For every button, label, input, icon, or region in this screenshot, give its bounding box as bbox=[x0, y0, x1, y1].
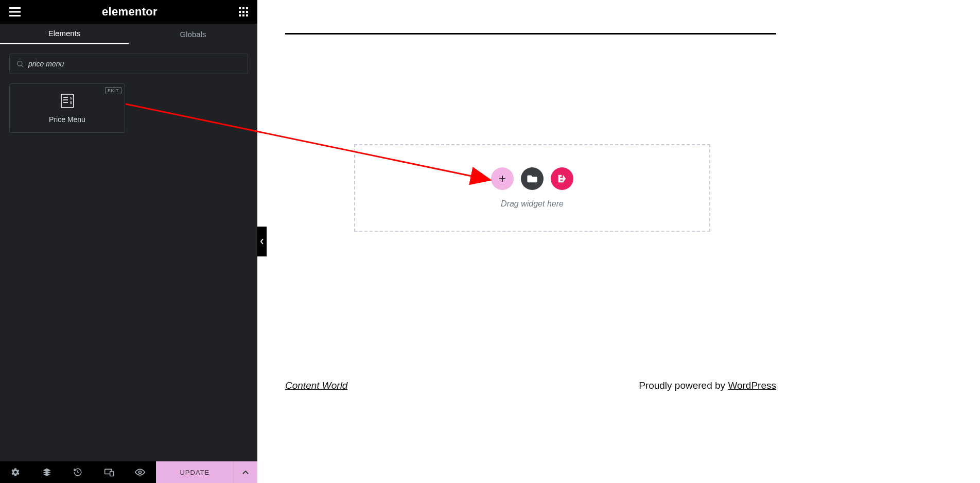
chevron-left-icon bbox=[260, 238, 264, 245]
svg-rect-6 bbox=[239, 11, 241, 13]
widget-search bbox=[9, 54, 248, 74]
chevron-up-icon bbox=[242, 470, 249, 474]
responsive-icon bbox=[104, 468, 114, 477]
svg-rect-0 bbox=[9, 7, 21, 9]
svg-text:$: $ bbox=[70, 101, 72, 105]
gear-icon bbox=[11, 468, 20, 477]
svg-point-12 bbox=[18, 61, 22, 66]
svg-rect-5 bbox=[246, 7, 248, 9]
drop-zone[interactable]: + Drag widget here bbox=[354, 144, 710, 232]
eye-icon bbox=[135, 469, 145, 476]
search-icon bbox=[16, 60, 24, 68]
navigator-button[interactable] bbox=[31, 461, 63, 483]
layers-icon bbox=[42, 468, 51, 477]
svg-rect-10 bbox=[242, 14, 244, 16]
svg-rect-21 bbox=[110, 471, 114, 476]
widget-badge: EKIT bbox=[105, 87, 121, 94]
history-button[interactable] bbox=[62, 461, 94, 483]
svg-rect-11 bbox=[246, 14, 248, 16]
elementor-logo: elementor bbox=[102, 5, 157, 19]
site-title-link[interactable]: Content World bbox=[285, 380, 347, 391]
svg-rect-8 bbox=[246, 11, 248, 13]
svg-rect-9 bbox=[239, 14, 241, 16]
tab-globals[interactable]: Globals bbox=[129, 24, 257, 44]
tab-elements[interactable]: Elements bbox=[0, 24, 129, 44]
update-options-button[interactable] bbox=[234, 461, 257, 483]
widget-price-menu[interactable]: EKIT $ $ Price Menu bbox=[9, 83, 125, 133]
settings-button[interactable] bbox=[0, 461, 31, 483]
svg-rect-1 bbox=[9, 11, 21, 13]
folder-icon bbox=[527, 175, 537, 183]
collapse-panel-button[interactable] bbox=[257, 227, 267, 256]
svg-rect-7 bbox=[242, 11, 244, 13]
template-library-button[interactable] bbox=[521, 167, 544, 190]
svg-line-13 bbox=[22, 65, 23, 67]
elementskit-button[interactable] bbox=[551, 167, 573, 190]
svg-text:$: $ bbox=[70, 96, 72, 100]
preview-button[interactable] bbox=[125, 461, 156, 483]
powered-by: Proudly powered by WordPress bbox=[639, 380, 776, 391]
editor-canvas: + Drag widget here Content World Proudly… bbox=[257, 0, 980, 483]
drop-hint: Drag widget here bbox=[501, 199, 564, 209]
wordpress-link[interactable]: WordPress bbox=[728, 380, 776, 391]
section-divider bbox=[285, 33, 776, 34]
plus-icon: + bbox=[499, 171, 506, 186]
svg-point-22 bbox=[139, 471, 142, 474]
widget-label: Price Menu bbox=[49, 115, 85, 124]
update-button[interactable]: UPDATE bbox=[156, 461, 234, 483]
history-icon bbox=[73, 468, 82, 477]
add-section-button[interactable]: + bbox=[491, 167, 514, 190]
search-input[interactable] bbox=[28, 60, 241, 68]
svg-rect-2 bbox=[9, 15, 21, 16]
elementskit-icon bbox=[556, 173, 568, 184]
apps-grid-icon[interactable] bbox=[239, 7, 248, 16]
svg-rect-4 bbox=[242, 7, 244, 9]
price-menu-icon: $ $ bbox=[59, 93, 76, 109]
menu-icon[interactable] bbox=[9, 7, 21, 16]
responsive-button[interactable] bbox=[94, 461, 125, 483]
svg-rect-3 bbox=[239, 7, 241, 9]
